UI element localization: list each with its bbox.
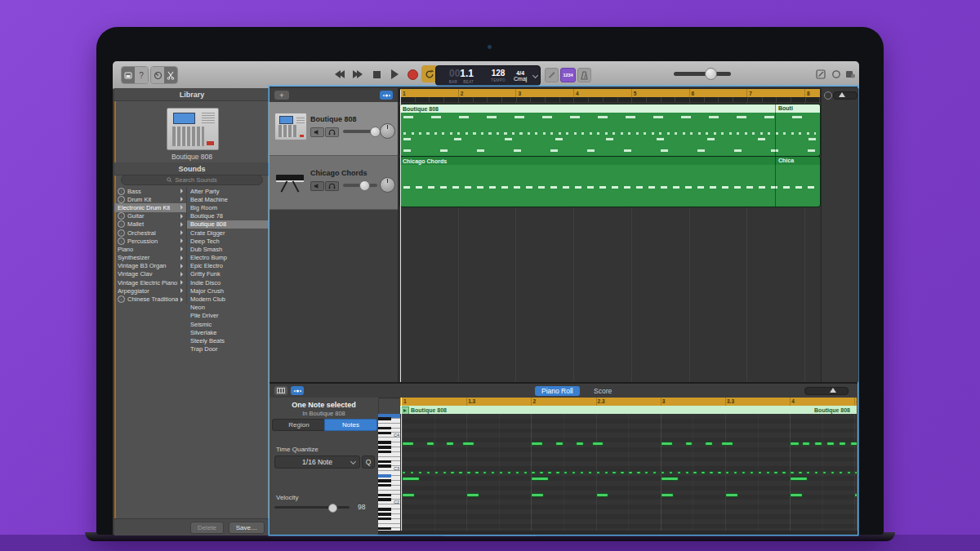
search-sounds-input[interactable]: Search Sounds: [121, 175, 263, 185]
midi-note[interactable]: [790, 442, 800, 446]
midi-note[interactable]: [596, 471, 600, 474]
patch-item-steely-beats[interactable]: Steely Beats: [187, 336, 270, 344]
midi-note[interactable]: [790, 477, 808, 481]
midi-note[interactable]: [402, 442, 414, 446]
midi-note[interactable]: [523, 471, 528, 474]
midi-note[interactable]: [725, 493, 738, 497]
patch-item-dub-smash[interactable]: Dub Smash: [187, 245, 270, 253]
midi-note[interactable]: [733, 471, 737, 474]
patch-item-trap-door[interactable]: Trap Door: [187, 345, 270, 353]
midi-note[interactable]: [705, 442, 713, 446]
midi-note[interactable]: [709, 471, 713, 474]
midi-note[interactable]: [661, 471, 665, 474]
piano-key-black[interactable]: [378, 464, 391, 468]
track-volume-slider[interactable]: [343, 184, 377, 187]
midi-note[interactable]: [802, 442, 810, 446]
count-in-button[interactable]: 1234: [560, 68, 576, 82]
midi-in-button[interactable]: [380, 91, 393, 100]
midi-note[interactable]: [669, 471, 673, 474]
library-toggle-button[interactable]: [122, 67, 135, 83]
category-item-mallet[interactable]: ↓Mallet: [114, 220, 186, 229]
midi-note[interactable]: [831, 471, 835, 474]
track-row-chicago-chords[interactable]: Chicago Chords: [270, 156, 398, 210]
track-name[interactable]: Boutique 808: [310, 115, 357, 123]
midi-note[interactable]: [847, 471, 851, 474]
lcd-display[interactable]: 001.1 BARBEAT 128 TEMPO 4/4 Cmaj: [435, 65, 541, 86]
editor-mode-button[interactable]: [274, 386, 287, 395]
media-browser-button[interactable]: [844, 68, 858, 81]
midi-note[interactable]: [466, 471, 470, 474]
midi-note[interactable]: [491, 471, 495, 474]
midi-note[interactable]: [814, 442, 822, 446]
play-button[interactable]: [386, 66, 403, 82]
patch-item-major-crush[interactable]: Major Crush: [187, 287, 270, 295]
track-row-boutique-808[interactable]: Boutique 808: [270, 102, 398, 156]
add-track-button[interactable]: +: [274, 91, 289, 100]
pan-knob[interactable]: [380, 123, 395, 139]
midi-note[interactable]: [434, 471, 439, 474]
category-item-synthesizer[interactable]: Synthesizer: [114, 254, 186, 262]
midi-note[interactable]: [644, 471, 648, 474]
midi-note[interactable]: [604, 471, 608, 474]
midi-note[interactable]: [466, 493, 479, 497]
category-item-vintage-clav[interactable]: Vintage Clav: [114, 270, 186, 278]
loop-browser-button[interactable]: [829, 68, 843, 81]
midi-note[interactable]: [653, 471, 657, 474]
stop-button[interactable]: [368, 66, 385, 82]
patch-item-modern-club[interactable]: Modern Club: [187, 295, 270, 303]
tuner-button[interactable]: [545, 68, 559, 82]
track-volume-knob[interactable]: [370, 127, 381, 137]
patch-item-beat-machine[interactable]: Beat Machine: [187, 195, 270, 203]
midi-note[interactable]: [620, 471, 624, 474]
midi-note[interactable]: [426, 471, 430, 474]
category-item-guitar[interactable]: ↓Guitar: [114, 212, 186, 220]
midi-note[interactable]: [474, 471, 479, 474]
patch-item-indie-disco[interactable]: Indie Disco: [187, 278, 270, 287]
midi-note[interactable]: [564, 471, 568, 474]
midi-note[interactable]: [685, 442, 693, 446]
zoom-knob[interactable]: [830, 388, 836, 393]
metronome-button[interactable]: [577, 68, 591, 82]
quantize-dropdown[interactable]: 1/16 Note: [274, 455, 360, 469]
quick-help-button[interactable]: ?: [135, 67, 148, 83]
midi-note[interactable]: [773, 471, 777, 474]
midi-note[interactable]: [839, 471, 843, 474]
midi-note[interactable]: [507, 471, 511, 474]
lcd-chevron[interactable]: [531, 66, 540, 85]
midi-note[interactable]: [839, 442, 847, 446]
midi-note[interactable]: [572, 471, 576, 474]
volume-knob[interactable]: [705, 68, 717, 80]
midi-note[interactable]: [410, 471, 414, 474]
midi-note[interactable]: [742, 471, 746, 474]
midi-note[interactable]: [576, 442, 584, 446]
midi-note[interactable]: [798, 471, 802, 474]
patch-item-seismic[interactable]: Seismic: [187, 320, 270, 328]
patch-item-deep-tech[interactable]: Deep Tech: [187, 237, 270, 245]
piano-key-black[interactable]: [378, 460, 391, 464]
category-item-chinese-traditional[interactable]: ↓Chinese Traditional: [114, 295, 186, 303]
piano-key-black[interactable]: [378, 484, 391, 487]
midi-note[interactable]: [499, 471, 503, 474]
midi-note[interactable]: [725, 471, 729, 474]
midi-note[interactable]: [588, 471, 592, 474]
quantize-strength-button[interactable]: Q: [362, 455, 375, 469]
rewind-button[interactable]: [332, 66, 348, 82]
category-item-drum-kit[interactable]: ↓Drum Kit: [114, 195, 186, 203]
record-button[interactable]: [404, 66, 421, 82]
piano-key-black[interactable]: [378, 446, 391, 449]
midi-note[interactable]: [766, 471, 770, 474]
solo-button[interactable]: [325, 181, 339, 191]
piano-roll-grid[interactable]: [400, 414, 857, 531]
editor-playhead[interactable]: [401, 398, 402, 531]
midi-note[interactable]: [790, 471, 794, 474]
midi-note[interactable]: [628, 471, 632, 474]
track-volume-knob[interactable]: [359, 180, 370, 191]
midi-note[interactable]: [782, 471, 786, 474]
midi-note[interactable]: [701, 471, 705, 474]
bar-ruler[interactable]: 12345678: [399, 88, 821, 102]
playhead[interactable]: [400, 90, 401, 382]
midi-note[interactable]: [814, 471, 818, 474]
patch-item-epic-electro[interactable]: Epic Electro: [187, 262, 270, 270]
patch-item-crate-digger[interactable]: Crate Digger: [187, 229, 270, 237]
midi-note[interactable]: [717, 471, 721, 474]
